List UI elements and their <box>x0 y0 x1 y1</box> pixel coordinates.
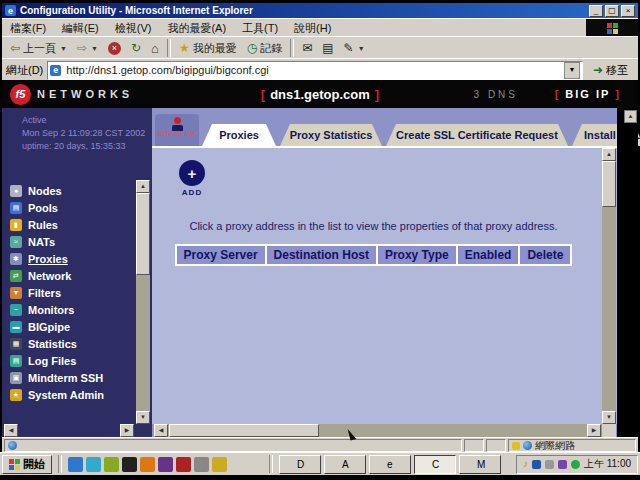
scroll-right-icon[interactable]: ▶ <box>120 424 134 437</box>
task-window-label: C <box>432 459 439 470</box>
sidebar-item-monitors[interactable]: ~Monitors <box>10 301 136 318</box>
sidebar-item-pools[interactable]: ▤Pools <box>10 199 136 216</box>
f5-brand: NETWORKS <box>37 88 133 100</box>
favorites-button[interactable]: ★ 我的最愛 <box>174 39 242 58</box>
scroll-down-icon[interactable]: ▼ <box>602 411 616 424</box>
browser-scroll-up-icon[interactable]: ▲ <box>624 110 637 123</box>
back-button[interactable]: ⇦ 上一頁 ▼ <box>5 39 72 58</box>
sidebar-item-rules[interactable]: ▮Rules <box>10 216 136 233</box>
sidebar-scrollbar[interactable]: ▲ ▼ <box>136 180 150 424</box>
pools-icon: ▤ <box>10 202 22 214</box>
quicklaunch-icon[interactable] <box>230 457 245 472</box>
scroll-right-icon[interactable]: ▶ <box>587 424 601 437</box>
task-window-button[interactable]: D <box>279 455 321 474</box>
app-icon <box>418 459 429 470</box>
scrollbar-thumb[interactable] <box>602 161 616 207</box>
content-vertical-scrollbar[interactable]: ▲ ▼ <box>602 148 616 424</box>
mail-icon: ✉ <box>302 42 312 54</box>
quicklaunch-icon[interactable] <box>122 457 137 472</box>
maximize-button[interactable]: ▢ <box>605 5 619 17</box>
add-button[interactable]: + ADD <box>166 160 218 197</box>
sidebar-item-bigpipe[interactable]: ▬BIGpipe <box>10 318 136 335</box>
title-bar[interactable]: e Configuration Utility - Microsoft Inte… <box>2 3 638 18</box>
forward-button[interactable]: ⇨ ▼ <box>72 40 103 56</box>
back-dropdown-icon[interactable]: ▼ <box>60 45 67 52</box>
taskbar-separator <box>269 455 273 473</box>
tray-icon[interactable] <box>545 460 554 469</box>
mindterm-ssh-icon: ▣ <box>10 372 22 384</box>
task-window-button[interactable]: e <box>369 455 411 474</box>
menu-help[interactable]: 說明(H) <box>286 20 339 37</box>
sidebar-item-proxies[interactable]: ✱Proxies <box>10 250 136 267</box>
sidebar-nav: ●Nodes ▤Pools ▮Rules ≈NATs ✱Proxies ⇄Net… <box>10 182 136 403</box>
scroll-left-icon[interactable]: ◀ <box>154 424 168 437</box>
menu-edit[interactable]: 編輯(E) <box>54 20 107 37</box>
quicklaunch-icon[interactable] <box>248 457 263 472</box>
quicklaunch-icon[interactable] <box>68 457 83 472</box>
sidebar-item-filters[interactable]: ▼Filters <box>10 284 136 301</box>
stop-button[interactable]: × <box>103 40 126 57</box>
history-button[interactable]: ◷ 記錄 <box>242 39 287 58</box>
menu-view[interactable]: 檢視(V) <box>107 20 160 37</box>
task-window-button-active[interactable]: C <box>414 455 456 474</box>
sidebar-item-statistics[interactable]: ▦Statistics <box>10 335 136 352</box>
task-window-button[interactable]: M <box>459 455 501 474</box>
sidebar-item-mindterm-ssh[interactable]: ▣Mindterm SSH <box>10 369 136 386</box>
content-horizontal-scrollbar[interactable]: ◀ ▶ <box>154 424 601 437</box>
home-button[interactable]: ⌂ <box>146 39 164 58</box>
task-window-label: A <box>342 459 349 470</box>
scroll-up-icon[interactable]: ▲ <box>136 180 150 193</box>
address-input[interactable] <box>64 62 561 78</box>
menu-file[interactable]: 檔案(F) <box>2 20 54 37</box>
menu-favorites[interactable]: 我的最愛(A) <box>159 20 234 37</box>
tab-proxies[interactable]: Proxies <box>202 124 276 146</box>
sidebar-item-network[interactable]: ⇄Network <box>10 267 136 284</box>
scroll-left-icon[interactable]: ◀ <box>4 424 18 437</box>
mail-button[interactable]: ✉ <box>297 40 317 56</box>
sidebar-item-nats[interactable]: ≈NATs <box>10 233 136 250</box>
tab-create-ssl-certificate-request[interactable]: Create SSL Certificate Request <box>386 124 568 146</box>
url-box: e ▼ <box>47 61 583 80</box>
sidebar-item-log-files[interactable]: ▤Log Files <box>10 352 136 369</box>
tray-icon[interactable] <box>571 460 580 469</box>
quicklaunch-icon[interactable] <box>158 457 173 472</box>
close-button[interactable]: × <box>621 5 635 17</box>
header-item-3dns[interactable]: 3 DNS <box>474 89 518 100</box>
network-map-button[interactable]: NETWORK MAP <box>155 114 199 146</box>
sidebar-item-nodes[interactable]: ●Nodes <box>10 182 136 199</box>
edit-dropdown-icon[interactable]: ▼ <box>358 45 365 52</box>
address-dropdown-icon[interactable]: ▼ <box>564 62 580 79</box>
task-window-button[interactable]: A <box>324 455 366 474</box>
quicklaunch-icon[interactable] <box>194 457 209 472</box>
window-title: Configuration Utility - Microsoft Intern… <box>20 5 253 16</box>
quicklaunch-icon[interactable] <box>176 457 191 472</box>
task-window-label: M <box>477 459 485 470</box>
quicklaunch-icon[interactable] <box>212 457 227 472</box>
tab-proxy-statistics[interactable]: Proxy Statistics <box>280 124 382 146</box>
sidebar-item-label: Log Files <box>28 355 76 367</box>
scroll-down-icon[interactable]: ▼ <box>136 411 150 424</box>
rules-icon: ▮ <box>10 219 22 231</box>
minimize-button[interactable]: _ <box>589 5 603 17</box>
start-button[interactable]: 開始 <box>2 455 52 474</box>
scroll-up-icon[interactable]: ▲ <box>602 148 616 161</box>
menu-tools[interactable]: 工具(T) <box>234 20 286 37</box>
tray-icon[interactable] <box>558 460 567 469</box>
sidebar-item-system-admin[interactable]: ★System Admin <box>10 386 136 403</box>
refresh-button[interactable]: ↻ <box>126 40 146 56</box>
scrollbar-thumb[interactable] <box>136 193 150 275</box>
scrollbar-thumb[interactable] <box>169 424 319 437</box>
quicklaunch-icon[interactable] <box>104 457 119 472</box>
system-status: Active Mon Sep 2 11:09:28 CST 2002 uptim… <box>22 114 145 153</box>
clock[interactable]: 上午 11:00 <box>584 457 631 471</box>
volume-icon[interactable]: ♪ <box>523 459 528 469</box>
quicklaunch-icon[interactable] <box>140 457 155 472</box>
header-item-bigip[interactable]: [BIG IP] <box>550 88 626 100</box>
quicklaunch-icon[interactable] <box>86 457 101 472</box>
print-button[interactable]: ▤ <box>317 40 338 56</box>
status-active: Active <box>22 114 145 127</box>
forward-dropdown-icon[interactable]: ▼ <box>91 45 98 52</box>
edit-button[interactable]: ✎ ▼ <box>339 40 370 56</box>
go-button[interactable]: ➜ 移至 <box>587 62 634 79</box>
tray-icon[interactable] <box>532 460 541 469</box>
